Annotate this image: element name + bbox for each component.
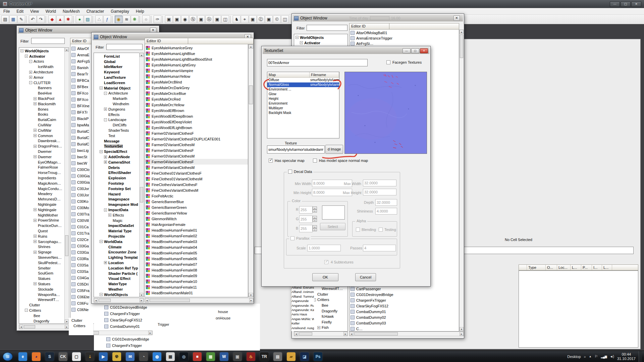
list-item[interactable]: DHNC EyesMaleOrcYellow (145, 102, 248, 108)
tree-vertical-scrollbar[interactable]: ▲▼ (64, 47, 69, 324)
toolbar-button-icon[interactable]: ▣ (197, 15, 205, 23)
expand-toggle-icon[interactable]: + (104, 156, 107, 159)
tree-item[interactable]: + Architecture (19, 69, 69, 75)
subtextures-checkbox[interactable] (324, 260, 328, 264)
expand-toggle-icon[interactable]: + (317, 326, 320, 329)
tree-item[interactable]: Windhelm (94, 101, 144, 107)
close-window-button[interactable]: ✕ (453, 15, 460, 21)
tree-item[interactable]: - Activator (19, 54, 69, 59)
tree-item[interactable]: Footstep Set (94, 186, 144, 191)
expand-toggle-icon[interactable]: - (25, 309, 28, 312)
list-item[interactable]: DHNC EyesMaleOrcBlind (145, 79, 248, 85)
list-item[interactable]: DHNC EyesWoodElfDeepViolet (145, 119, 248, 125)
facegen-textures-checkbox[interactable] (386, 60, 390, 64)
list-item[interactable]: DHNC Farmer03VariantClothesM (145, 153, 248, 159)
volume-icon[interactable]: ◄) (610, 355, 614, 358)
tree-item[interactable]: Debris (94, 165, 144, 170)
cell-name-item[interactable]: Keller (291, 321, 314, 325)
texture-map-row[interactable]: Multilayer (267, 106, 339, 111)
tree-item[interactable]: Meadery (19, 191, 69, 197)
tree-item[interactable]: Markarth (94, 96, 144, 101)
tree-item[interactable]: + Dungeons (94, 107, 144, 112)
menu-item[interactable]: Gameplay (107, 8, 132, 15)
tree-item[interactable]: Quest (19, 228, 69, 234)
tree-item[interactable]: + Blacksmith (19, 101, 69, 107)
list-item[interactable]: DHNC EyesMaleHumanYellow (145, 73, 248, 79)
tree-item[interactable]: FormList (94, 54, 144, 59)
tree-item[interactable]: MagicCondu… (19, 186, 69, 191)
taskbar-app-icon[interactable]: ▶ (99, 352, 108, 361)
tree-item[interactable]: TextureSet (94, 144, 144, 149)
tree-item[interactable]: - Actors (19, 59, 69, 64)
object-window-2[interactable]: Object Window ✕ Filter FormList Global I… (91, 32, 254, 304)
dialog-maximize-button[interactable]: ▢ (411, 48, 419, 53)
taskbar-clock[interactable]: 00:44 31.10.2017 (617, 352, 636, 361)
cell-name-item[interactable]: Alftand: Turmruine (291, 294, 314, 299)
menu-item[interactable]: Character (83, 8, 108, 15)
list-item[interactable]: DHNC Farmer03VariantClothesF (145, 147, 248, 153)
list-item[interactable]: DHNC EyesWoodElfLightBrown (145, 125, 248, 130)
tree-item[interactable]: + Statues (19, 281, 69, 287)
tree-item[interactable]: Test (94, 133, 144, 138)
tree-item[interactable]: Weather (94, 287, 144, 292)
tree-item[interactable]: Effects (94, 112, 144, 117)
expand-toggle-icon[interactable]: - (100, 150, 103, 153)
taskbar-app-icon[interactable]: W (220, 352, 228, 361)
taskbar-app-icon[interactable]: ◎ (179, 352, 188, 361)
tree-item[interactable]: Message (94, 138, 144, 144)
column-header[interactable]: P... (581, 265, 592, 270)
tree-item[interactable]: FalmerRose (19, 165, 69, 170)
expand-toggle-icon[interactable]: - (104, 208, 107, 212)
list-item[interactable]: DHNC EyesWoodElfBrown (145, 108, 248, 113)
tree-item[interactable]: CivilWar (19, 122, 69, 128)
tree-item[interactable]: Dragonfly (19, 318, 69, 324)
cell-name-item[interactable]: Aeris Haus (291, 312, 314, 316)
tree-item[interactable]: Books (19, 112, 69, 117)
list-item[interactable]: AltarOfMolagBal01 (350, 30, 459, 36)
start-button[interactable]: ⊞ (3, 352, 13, 361)
tree-item[interactable]: - Architecture (94, 91, 144, 96)
list-item[interactable]: DHNC EyesMaleHumanLightBlue (145, 51, 248, 56)
toolbar-button-icon[interactable]: ≋ (123, 15, 130, 23)
list-item[interactable]: DHNC GenericBannerYellow (145, 210, 248, 216)
list-item[interactable]: DHNC EyesMaleOrcIceBlue (145, 90, 248, 96)
tree-item[interactable]: + AddOnNode (94, 154, 144, 160)
expand-toggle-icon[interactable]: + (104, 161, 107, 164)
tree-item[interactable]: DirtCliffs (94, 122, 144, 128)
desktop-toolbar-label[interactable]: Desktop (567, 355, 581, 359)
list-item[interactable]: DHNC EyesWoodElfDeepBrown (145, 113, 248, 119)
list-vertical-scrollbar[interactable]: ▲▼ (459, 29, 464, 331)
tree-horizontal-scrollbar[interactable]: ◄► (94, 298, 144, 303)
blending-checkbox[interactable] (356, 228, 360, 232)
show-desktop-button[interactable] (639, 351, 642, 362)
toolbar-button-icon[interactable]: ▲ (56, 15, 64, 23)
list-item[interactable]: DHNC FineClothesVariantClothesF (145, 182, 248, 187)
tree-item[interactable]: MehrunesD… (19, 196, 69, 202)
list-item[interactable]: AtrFrgSi… (350, 41, 459, 46)
list-item[interactable]: DHNC HeadBrowHumanFemale07 (145, 261, 248, 267)
action-center-flag-icon[interactable]: ⚐ (595, 354, 598, 359)
tree-item[interactable]: Smelter (19, 265, 69, 271)
taskbar-app-icon[interactable]: TR (260, 352, 269, 361)
list-item[interactable]: C… (350, 326, 459, 331)
cell-name-item[interactable]: Angarvunde: Katak (291, 308, 314, 312)
tree-item[interactable]: Lighting Templat (94, 255, 144, 260)
tree-item[interactable]: Shrines (19, 244, 69, 249)
expand-toggle-icon[interactable]: + (34, 155, 37, 158)
expand-toggle-icon[interactable]: + (104, 261, 107, 264)
list-item[interactable]: CG01DestroyedBridge (105, 336, 149, 342)
tree-item[interactable]: SoulGem (19, 270, 69, 276)
toolbar-button-icon[interactable]: ▤ (1, 15, 9, 23)
expand-toggle-icon[interactable]: - (300, 41, 303, 44)
menu-item[interactable]: File (0, 8, 13, 15)
list-item[interactable]: DHNC GlenmorilWitch (145, 216, 248, 222)
list-item[interactable]: ClearSkyFogFX512 (350, 303, 459, 309)
taskbar-app-icon[interactable]: ◪ (300, 352, 309, 361)
editor-id-column-header[interactable]: Editor ID (349, 23, 389, 29)
list-item[interactable]: CombatDummy01 (350, 309, 459, 314)
ok-button[interactable]: OK (312, 273, 338, 281)
tree-item[interactable]: - Landscape (94, 117, 144, 123)
taskbar-app-icon[interactable]: ▢ (72, 352, 81, 361)
tree-horizontal-scrollbar[interactable]: ◄► (294, 331, 348, 336)
toolbar-button-icon[interactable]: ○ (142, 15, 150, 23)
